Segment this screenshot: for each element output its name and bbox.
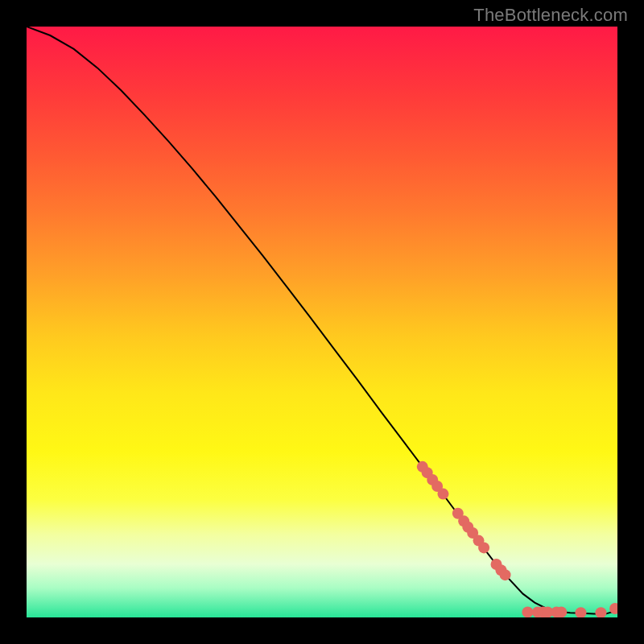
chart-frame: TheBottleneck.com xyxy=(0,0,644,644)
data-point xyxy=(575,607,586,617)
data-point xyxy=(500,569,511,580)
data-point xyxy=(478,542,489,553)
chart-overlay xyxy=(27,27,617,617)
plot-area xyxy=(27,27,617,617)
data-point xyxy=(595,607,606,617)
watermark-text: TheBottleneck.com xyxy=(473,5,628,26)
data-point xyxy=(555,606,567,617)
data-point xyxy=(522,606,533,617)
data-point xyxy=(437,489,448,500)
trend-line xyxy=(27,27,617,614)
